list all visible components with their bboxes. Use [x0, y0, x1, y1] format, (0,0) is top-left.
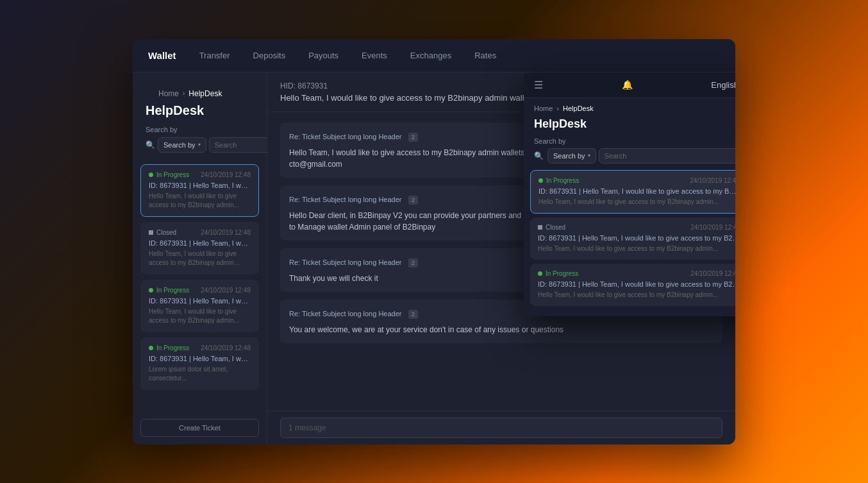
- status-dot-closed: [538, 225, 542, 230]
- ticket-date: 24/10/2019 12:48: [201, 229, 251, 236]
- bell-icon[interactable]: 🔔: [622, 80, 633, 90]
- ticket-id: ID: 8673931 | Hello Team, I would like t…: [538, 280, 735, 288]
- ticket-preview: Lorem ipsum dolor sit amet, consectetur.…: [149, 365, 251, 383]
- status-dot-progress: [149, 346, 153, 350]
- message-badge: 2: [408, 258, 418, 267]
- message-input[interactable]: [280, 418, 722, 438]
- ticket-preview: Hello Team, I would like to give access …: [538, 198, 735, 207]
- status-dot-progress: [538, 271, 542, 276]
- status-dot-progress: [149, 173, 153, 177]
- ticket-id: ID: 8673931 | Hello Team, I would like t…: [149, 239, 251, 247]
- overlay-search-label: Search by: [534, 137, 735, 145]
- ticket-meta: In Progress 24/10/2019 12:48: [538, 177, 735, 184]
- message-subject: Re: Ticket Subject long long Header: [289, 310, 402, 318]
- search-by-dropdown[interactable]: Search by ▾: [158, 137, 206, 153]
- overlay-ticket-item[interactable]: In Progress 24/10/2019 12:48 ID: 8673931…: [530, 170, 735, 214]
- nav-wallet[interactable]: Wallet: [148, 39, 188, 72]
- status-text: Closed: [546, 224, 565, 231]
- ticket-id: ID: 8673931 | Hello Team, I would like t…: [149, 297, 251, 305]
- ticket-date: 24/10/2019 12:48: [690, 224, 735, 231]
- breadcrumb-current: HelpDesk: [188, 89, 222, 98]
- ticket-date: 24/10/2019 12:48: [690, 177, 735, 184]
- status-badge: In Progress: [538, 177, 579, 184]
- ticket-date: 24/10/2019 12:48: [201, 287, 251, 294]
- message-subject-line: Re: Ticket Subject long long Header 2: [289, 193, 418, 205]
- status-badge: Closed: [149, 229, 176, 236]
- overlay-ticket-item[interactable]: In Progress 24/10/2019 12:48 ID: 8673931…: [530, 264, 735, 306]
- breadcrumb-sep: ›: [183, 90, 185, 97]
- chevron-down-icon: ▾: [588, 153, 590, 158]
- message-subject-line: Re: Ticket Subject long long Header 2: [289, 130, 418, 142]
- status-text: In Progress: [156, 171, 189, 178]
- ticket-id: ID: 8673931 | Hello Team, I would like t…: [149, 355, 251, 362]
- status-badge: In Progress: [149, 287, 189, 294]
- nav-exchanges[interactable]: Exchanges: [399, 39, 463, 72]
- overlay-ticket-item[interactable]: Closed 24/10/2019 12:48 ID: 8673931 | He…: [530, 217, 735, 260]
- breadcrumb-home[interactable]: Home: [158, 89, 179, 98]
- ticket-preview: Hello Team, I would like to give access …: [149, 307, 251, 325]
- ticket-meta: In Progress 24/10/2019 12:48: [149, 344, 251, 352]
- ticket-date: 24/10/2019 12:48: [690, 270, 735, 277]
- overlay-search-row: 🔍 Search by ▾: [534, 148, 735, 164]
- message-badge: 2: [408, 133, 418, 142]
- language-label: English: [711, 80, 735, 90]
- chevron-down-icon: ▾: [198, 142, 201, 148]
- overlay-breadcrumb-current: HelpDesk: [563, 105, 594, 112]
- nav-deposits[interactable]: Deposits: [242, 39, 297, 72]
- ticket-meta: Closed 24/10/2019 12:48: [149, 229, 251, 236]
- overlay-search-by-dropdown[interactable]: Search by ▾: [547, 148, 596, 164]
- ticket-list: In Progress 24/10/2019 12:48 ID: 8673931…: [133, 159, 267, 414]
- message-body: You are welcome, we are at your service …: [289, 324, 714, 335]
- hamburger-icon[interactable]: ☰: [534, 79, 543, 91]
- status-text: In Progress: [546, 177, 579, 184]
- language-selector[interactable]: English ▾: [711, 80, 735, 90]
- app-container: Wallet Transfer Deposits Payouts Events …: [133, 39, 735, 445]
- status-badge: In Progress: [538, 270, 578, 277]
- message-subject: Re: Ticket Subject long long Header: [289, 196, 402, 203]
- ticket-meta: In Progress 24/10/2019 12:48: [149, 287, 251, 294]
- nav-transfer[interactable]: Transfer: [188, 39, 242, 72]
- ticket-date: 24/10/2019 12:48: [201, 344, 251, 352]
- status-dot-progress: [149, 288, 153, 292]
- message-badge: 2: [408, 310, 418, 319]
- ticket-id: ID: 8673931 | Hello Team, I would like t…: [538, 234, 735, 242]
- overlay-breadcrumb-home[interactable]: Home: [534, 105, 553, 112]
- ticket-item[interactable]: Closed 24/10/2019 12:48 ID: 8673931 | He…: [140, 222, 259, 275]
- ticket-meta: In Progress 24/10/2019 12:48: [149, 171, 251, 178]
- create-ticket-button[interactable]: Create Ticket: [140, 419, 259, 437]
- ticket-preview: Hello Team, I would like to give access …: [538, 291, 735, 300]
- ticket-item[interactable]: In Progress 24/10/2019 12:48 ID: 8673931…: [140, 337, 259, 390]
- message-subject-line: Re: Ticket Subject long long Header 2: [289, 307, 418, 319]
- overlay-title: HelpDesk: [524, 115, 735, 137]
- sidebar-header: Home › HelpDesk HelpDesk Search by 🔍 Sea…: [133, 72, 267, 159]
- ticket-meta: In Progress 24/10/2019 12:48: [538, 270, 735, 277]
- ticket-preview: Hello Team, I would like to give access …: [149, 250, 251, 267]
- status-text: In Progress: [156, 287, 189, 294]
- overlay-search-input[interactable]: [599, 148, 735, 164]
- nav-events[interactable]: Events: [350, 39, 399, 72]
- overlay-ticket-list: In Progress 24/10/2019 12:48 ID: 8673931…: [524, 170, 735, 316]
- status-badge: In Progress: [149, 171, 189, 178]
- ticket-preview: Hello Team, I would like to give access …: [149, 192, 251, 210]
- nav-rates[interactable]: Rates: [463, 39, 508, 72]
- ticket-item[interactable]: In Progress 24/10/2019 12:48 ID: 8673931…: [140, 164, 259, 217]
- message-badge: 2: [408, 196, 418, 205]
- overlay-panel: ☰ 🔔 English ▾ Home › HelpDesk HelpDesk S…: [524, 72, 735, 316]
- overlay-breadcrumb: Home › HelpDesk: [524, 98, 735, 115]
- status-badge: Closed: [538, 224, 565, 231]
- status-text: Closed: [156, 229, 176, 236]
- overlay-search-by-label: Search by: [553, 152, 585, 160]
- search-icon: 🔍: [146, 140, 155, 149]
- breadcrumb: Home › HelpDesk: [146, 81, 254, 103]
- message-subject: Re: Ticket Subject long long Header: [289, 258, 402, 266]
- search-by-label: Search by: [163, 141, 196, 149]
- status-dot-progress: [538, 178, 543, 183]
- status-text: In Progress: [156, 344, 189, 352]
- ticket-item[interactable]: In Progress 24/10/2019 12:48 ID: 8673931…: [140, 280, 259, 332]
- message-subject: Re: Ticket Subject long long Header: [289, 133, 402, 140]
- ticket-id: ID: 8673931 | Hello Team, I would like t…: [149, 182, 251, 189]
- nav-payouts[interactable]: Payouts: [297, 39, 350, 72]
- ticket-preview: Hello Team, I would like to give access …: [538, 244, 735, 253]
- search-icon: 🔍: [534, 151, 544, 160]
- ticket-id: ID: 8673931 | Hello Team, I would like t…: [538, 187, 735, 195]
